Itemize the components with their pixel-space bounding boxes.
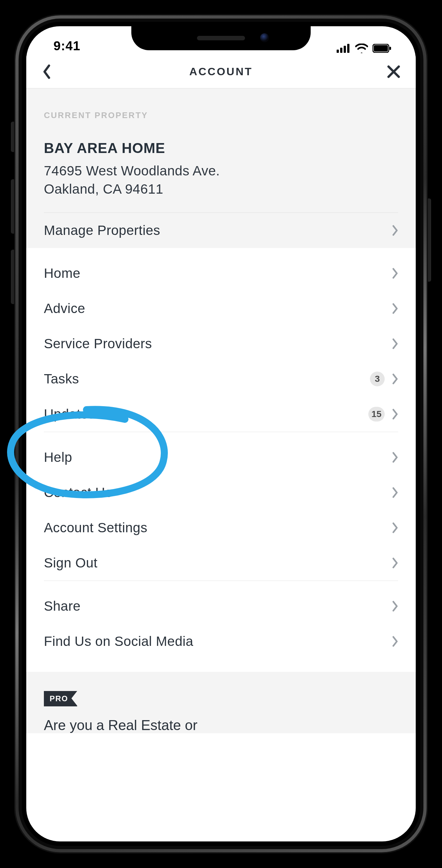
svg-rect-0 <box>336 50 339 53</box>
property-name: BAY AREA HOME <box>44 140 398 156</box>
back-button[interactable] <box>36 61 58 83</box>
chevron-right-icon <box>392 268 398 279</box>
menu-label: Tasks <box>44 371 79 386</box>
chevron-right-icon <box>392 522 398 533</box>
notch <box>131 26 311 50</box>
menu-label: Advice <box>44 301 85 316</box>
updates-badge: 15 <box>368 407 385 422</box>
close-icon <box>387 65 401 79</box>
address-line2: Oakland, CA 94611 <box>44 182 163 196</box>
address-line1: 74695 West Woodlands Ave. <box>44 163 220 178</box>
manage-properties-row[interactable]: Manage Properties <box>44 213 398 248</box>
chevron-right-icon <box>392 452 398 463</box>
menu-item-help[interactable]: Help <box>26 440 416 475</box>
chevron-right-icon <box>392 601 398 612</box>
chevron-right-icon <box>392 373 398 384</box>
menu-label: Updates <box>44 406 95 422</box>
wifi-icon <box>355 43 368 53</box>
menu-label: Help <box>44 450 72 465</box>
svg-rect-3 <box>347 44 349 53</box>
battery-icon <box>373 44 392 53</box>
phone-volume-down <box>11 250 16 304</box>
menu-label: Home <box>44 266 80 281</box>
menu-item-social-media[interactable]: Find Us on Social Media <box>26 624 416 659</box>
menu-item-updates[interactable]: Updates 15 <box>26 397 416 432</box>
pro-badge: PRO <box>44 691 77 706</box>
pro-text: Are you a Real Estate or <box>44 717 398 733</box>
main-menu-section: Home Advice Service Providers Tasks 3 <box>26 248 416 669</box>
menu-item-contact-us[interactable]: Contact Us <box>26 475 416 510</box>
screen: 9:41 <box>26 26 416 841</box>
chevron-right-icon <box>392 487 398 498</box>
menu-item-sign-out[interactable]: Sign Out <box>26 546 416 581</box>
menu-label: Account Settings <box>44 520 147 535</box>
manage-properties-label: Manage Properties <box>44 223 160 238</box>
svg-rect-5 <box>374 45 388 52</box>
tasks-badge: 3 <box>370 372 385 386</box>
chevron-left-icon <box>42 64 52 79</box>
phone-silence-switch <box>11 122 16 152</box>
svg-rect-1 <box>340 48 343 53</box>
svg-rect-6 <box>389 47 391 50</box>
menu-item-account-settings[interactable]: Account Settings <box>26 510 416 546</box>
menu-item-home[interactable]: Home <box>26 256 416 291</box>
status-time: 9:41 <box>54 39 80 53</box>
phone-volume-up <box>11 179 16 234</box>
phone-frame: 9:41 <box>16 16 426 852</box>
chevron-right-icon <box>392 409 398 420</box>
svg-rect-2 <box>344 46 346 53</box>
chevron-right-icon <box>392 225 398 236</box>
menu-label: Share <box>44 598 81 614</box>
menu-item-share[interactable]: Share <box>26 589 416 624</box>
chevron-right-icon <box>392 338 398 349</box>
section-label: CURRENT PROPERTY <box>44 111 398 120</box>
phone-power-button <box>426 198 431 282</box>
nav-bar: ACCOUNT <box>26 55 416 89</box>
menu-label: Find Us on Social Media <box>44 634 194 649</box>
pro-section: PRO Are you a Real Estate or <box>26 672 416 733</box>
property-address: 74695 West Woodlands Ave. Oakland, CA 94… <box>44 162 398 198</box>
close-button[interactable] <box>382 61 405 83</box>
chevron-right-icon <box>392 303 398 314</box>
cellular-icon <box>336 44 351 53</box>
menu-item-service-providers[interactable]: Service Providers <box>26 326 416 361</box>
menu-item-advice[interactable]: Advice <box>26 291 416 326</box>
current-property-section: CURRENT PROPERTY BAY AREA HOME 74695 Wes… <box>26 89 416 248</box>
menu-label: Sign Out <box>44 555 97 571</box>
menu-label: Service Providers <box>44 336 152 351</box>
chevron-right-icon <box>392 636 398 647</box>
chevron-right-icon <box>392 558 398 568</box>
page-title: ACCOUNT <box>189 65 253 78</box>
menu-item-tasks[interactable]: Tasks 3 <box>26 361 416 397</box>
status-icons <box>336 43 392 53</box>
menu-label: Contact Us <box>44 485 112 500</box>
